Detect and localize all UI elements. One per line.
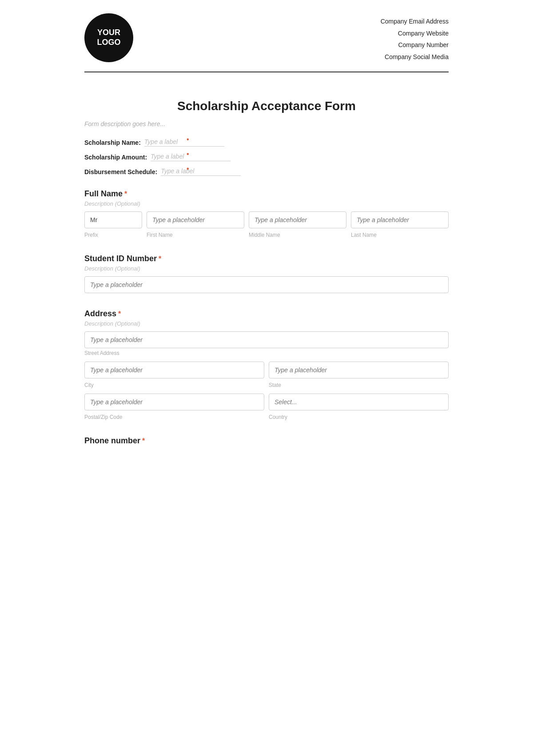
scholarship-name-field[interactable]: Type a label: [144, 138, 224, 147]
disbursement-field[interactable]: Type a label: [161, 167, 241, 176]
scholarship-name-dot: •: [187, 135, 189, 143]
student-id-input[interactable]: [84, 276, 449, 293]
student-id-title: Student ID Number *: [84, 254, 449, 263]
prefix-field[interactable]: Mr: [84, 211, 142, 228]
form-description: Form description goes here...: [84, 120, 449, 127]
city-input[interactable]: [84, 362, 264, 378]
company-info: Company Email Address Company Website Co…: [381, 16, 449, 63]
scholarship-amount-dot: •: [187, 150, 189, 158]
scholarship-amount-field[interactable]: Type a label: [151, 153, 231, 161]
logo-line1: YOUR: [97, 28, 120, 38]
disbursement-label: Disbursement Schedule:: [84, 168, 157, 175]
student-id-required-star: *: [159, 255, 161, 263]
first-name-input[interactable]: [147, 211, 244, 228]
city-state-labels: City State: [84, 380, 449, 388]
company-website: Company Website: [381, 28, 449, 40]
name-label-row: Prefix First Name Middle Name Last Name: [84, 230, 449, 238]
student-id-description: Description (Optional): [84, 265, 449, 272]
street-address-input[interactable]: [84, 331, 449, 348]
postal-input[interactable]: [84, 394, 264, 410]
last-name-label: Last Name: [351, 232, 449, 238]
postal-country-labels: Postal/Zip Code Country: [84, 412, 449, 420]
postal-label: Postal/Zip Code: [84, 414, 264, 420]
middle-name-label: Middle Name: [249, 232, 346, 238]
country-label: Country: [269, 414, 449, 420]
middle-name-input[interactable]: [249, 211, 346, 228]
street-address-label: Street Address: [84, 350, 449, 356]
scholarship-name-row: Scholarship Name: Type a label •: [84, 138, 449, 147]
address-description: Description (Optional): [84, 320, 449, 327]
company-logo: YOUR LOGO: [84, 13, 133, 62]
phone-required-star: *: [142, 437, 145, 445]
scholarship-info: Scholarship Name: Type a label • Scholar…: [84, 138, 449, 176]
company-number: Company Number: [381, 39, 449, 51]
full-name-description: Description (Optional): [84, 200, 449, 207]
company-social: Company Social Media: [381, 51, 449, 63]
city-label: City: [84, 382, 264, 388]
postal-country-row: [84, 394, 449, 410]
full-name-title: Full Name *: [84, 189, 449, 199]
page-header: YOUR LOGO Company Email Address Company …: [67, 0, 466, 72]
scholarship-amount-label: Scholarship Amount:: [84, 154, 147, 161]
disbursement-row: Disbursement Schedule: Type a label •: [84, 167, 449, 176]
name-input-row: Mr: [84, 211, 449, 228]
state-label: State: [269, 382, 449, 388]
form-title: Scholarship Acceptance Form: [84, 99, 449, 113]
last-name-input[interactable]: [351, 211, 449, 228]
full-name-section: Full Name * Description (Optional) Mr Pr…: [84, 189, 449, 238]
first-name-label: First Name: [147, 232, 244, 238]
logo-line2: LOGO: [97, 38, 121, 48]
city-state-row: [84, 362, 449, 378]
disbursement-dot: •: [187, 165, 189, 173]
address-required-star: *: [118, 310, 121, 318]
company-email: Company Email Address: [381, 16, 449, 28]
country-input[interactable]: [269, 394, 449, 410]
student-id-section: Student ID Number * Description (Optiona…: [84, 254, 449, 293]
scholarship-name-label: Scholarship Name:: [84, 139, 141, 146]
phone-title: Phone number *: [84, 436, 449, 446]
phone-section: Phone number *: [84, 436, 449, 446]
form-content: Scholarship Acceptance Form Form descrip…: [67, 72, 466, 488]
address-title: Address *: [84, 309, 449, 318]
address-section: Address * Description (Optional) Street …: [84, 309, 449, 420]
scholarship-amount-row: Scholarship Amount: Type a label •: [84, 153, 449, 161]
state-input[interactable]: [269, 362, 449, 378]
full-name-required-star: *: [124, 190, 127, 198]
prefix-label: Prefix: [84, 232, 142, 238]
